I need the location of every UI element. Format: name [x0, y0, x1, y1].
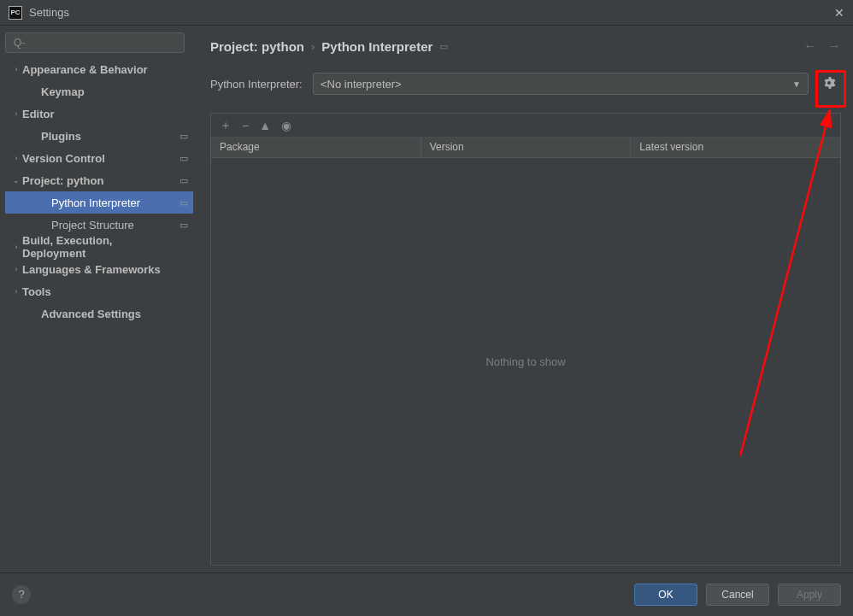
add-package-button[interactable]: ＋ — [220, 118, 232, 133]
col-package[interactable]: Package — [211, 138, 421, 157]
search-icon: Q- — [14, 37, 25, 49]
main-panel: Project: python › Python Interpreter ▭ ←… — [198, 26, 853, 572]
title-bar: PC Settings ✕ — [0, 0, 853, 26]
ok-button[interactable]: OK — [634, 584, 697, 606]
sidebar-item-label: Plugins — [41, 130, 178, 143]
search-input[interactable] — [5, 32, 185, 53]
packages-empty: Nothing to show — [211, 158, 840, 565]
dialog-footer: ? OK Cancel Apply — [0, 572, 853, 615]
close-icon[interactable]: ✕ — [834, 6, 844, 20]
show-early-releases-button[interactable]: ◉ — [281, 119, 291, 132]
sidebar-item-languages-frameworks[interactable]: ›Languages & Frameworks — [5, 258, 193, 280]
project-badge-icon: ▭ — [178, 197, 190, 208]
packages-header: Package Version Latest version — [211, 138, 840, 158]
sidebar-item-project-structure[interactable]: Project Structure▭ — [5, 214, 193, 236]
apply-button[interactable]: Apply — [778, 584, 841, 606]
sidebar-item-label: Project Structure — [51, 219, 178, 232]
col-latest[interactable]: Latest version — [631, 138, 840, 157]
project-badge-icon: ▭ — [178, 220, 190, 231]
upgrade-package-button[interactable]: ▲ — [259, 119, 271, 132]
sidebar-item-label: Appearance & Behavior — [22, 63, 178, 76]
interpreter-dropdown[interactable]: <No interpreter> ▼ — [313, 73, 809, 95]
cancel-button[interactable]: Cancel — [706, 584, 769, 606]
nav-back-icon[interactable]: ← — [803, 38, 817, 54]
help-button[interactable]: ? — [12, 585, 31, 604]
settings-tree: ›Appearance & BehaviorKeymap›EditorPlugi… — [5, 58, 193, 566]
sidebar-item-advanced-settings[interactable]: Advanced Settings — [5, 302, 193, 325]
caret-icon: › — [10, 265, 22, 273]
remove-package-button[interactable]: − — [242, 119, 249, 132]
sidebar-item-appearance-behavior[interactable]: ›Appearance & Behavior — [5, 58, 193, 80]
sidebar-item-editor[interactable]: ›Editor — [5, 103, 193, 125]
interpreter-label: Python Interpreter: — [210, 78, 304, 91]
sidebar-item-label: Version Control — [22, 152, 178, 165]
interpreter-value: <No interpreter> — [321, 78, 792, 91]
sidebar-item-label: Keymap — [41, 85, 178, 98]
sidebar-item-label: Languages & Frameworks — [22, 263, 178, 276]
sidebar-item-label: Tools — [22, 285, 178, 298]
packages-toolbar: ＋ − ▲ ◉ — [211, 114, 840, 138]
project-badge-icon: ▭ — [178, 175, 190, 186]
breadcrumb: Project: python › Python Interpreter ▭ ←… — [210, 32, 841, 60]
project-badge-icon: ▭ — [178, 131, 190, 142]
nav-forward-icon[interactable]: → — [827, 38, 841, 54]
sidebar-item-label: Python Interpreter — [51, 197, 178, 209]
gear-icon — [822, 76, 836, 92]
packages-panel: ＋ − ▲ ◉ Package Version Latest version N… — [210, 113, 841, 566]
sidebar-item-label: Build, Execution, Deployment — [22, 234, 178, 260]
sidebar-item-version-control[interactable]: ›Version Control▭ — [5, 147, 193, 169]
app-icon: PC — [9, 6, 22, 20]
chevron-down-icon: ▼ — [792, 79, 801, 89]
caret-icon: › — [10, 154, 22, 162]
caret-icon: › — [10, 243, 22, 251]
caret-icon: ⌄ — [10, 176, 22, 185]
interpreter-settings-button[interactable] — [817, 72, 841, 96]
caret-icon: › — [10, 287, 22, 296]
sidebar-item-tools[interactable]: ›Tools — [5, 280, 193, 302]
sidebar-item-keymap[interactable]: Keymap — [5, 80, 193, 103]
project-badge-icon: ▭ — [439, 41, 448, 52]
sidebar-item-label: Project: python — [22, 174, 178, 187]
sidebar-item-plugins[interactable]: Plugins▭ — [5, 125, 193, 147]
project-badge-icon: ▭ — [178, 153, 190, 164]
col-version[interactable]: Version — [421, 138, 632, 157]
window-title: Settings — [29, 6, 834, 19]
sidebar-item-label: Advanced Settings — [41, 308, 178, 320]
chevron-right-icon: › — [311, 40, 315, 53]
sidebar-item-project-python[interactable]: ⌄Project: python▭ — [5, 169, 193, 191]
caret-icon: › — [10, 109, 22, 118]
breadcrumb-page: Python Interpreter — [321, 39, 432, 54]
sidebar-item-build-execution-deployment[interactable]: ›Build, Execution, Deployment — [5, 236, 193, 258]
breadcrumb-project: Project: python — [210, 39, 304, 54]
settings-sidebar: Q- ›Appearance & BehaviorKeymap›EditorPl… — [0, 26, 198, 572]
caret-icon: › — [10, 65, 22, 73]
sidebar-item-python-interpreter[interactable]: Python Interpreter▭ — [5, 191, 193, 214]
sidebar-item-label: Editor — [22, 108, 178, 120]
